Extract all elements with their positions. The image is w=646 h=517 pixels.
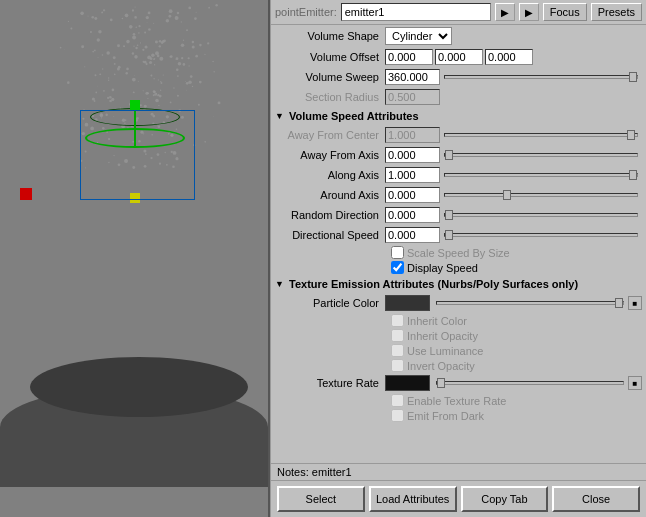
along-axis-label: Along Axis bbox=[275, 169, 385, 181]
use-luminance-row: Use Luminance bbox=[271, 343, 646, 358]
display-speed-checkbox[interactable] bbox=[391, 261, 404, 274]
scroll-content[interactable]: Volume Shape Cylinder Volume Offset Volu… bbox=[271, 25, 646, 463]
invert-opacity-label: Invert Opacity bbox=[407, 360, 475, 372]
notes-text: Notes: emitter1 bbox=[277, 466, 352, 478]
volume-shape-row: Volume Shape Cylinder bbox=[271, 25, 646, 47]
emit-dark-checkbox bbox=[391, 409, 404, 422]
emit-dark-label: Emit From Dark bbox=[407, 410, 484, 422]
presets-button[interactable]: Presets bbox=[591, 3, 642, 21]
top-bar: pointEmitter: ▶ ▶ Focus Presets bbox=[271, 0, 646, 25]
red-square bbox=[20, 188, 32, 200]
particle-color-label: Particle Color bbox=[275, 297, 385, 309]
away-axis-row: Away From Axis bbox=[271, 145, 646, 165]
away-axis-input[interactable] bbox=[385, 147, 440, 163]
enable-texture-label: Enable Texture Rate bbox=[407, 395, 506, 407]
volume-shape-label: Volume Shape bbox=[275, 30, 385, 42]
particle-color-row: Particle Color ■ bbox=[271, 293, 646, 313]
particle-color-slider[interactable] bbox=[436, 301, 624, 305]
emitter-input[interactable] bbox=[341, 3, 491, 21]
emitter-box bbox=[80, 110, 195, 200]
inherit-opacity-label: Inherit Opacity bbox=[407, 330, 478, 342]
texture-arrow: ▼ bbox=[275, 279, 285, 289]
inherit-color-label: Inherit Color bbox=[407, 315, 467, 327]
use-luminance-label: Use Luminance bbox=[407, 345, 483, 357]
volume-offset-label: Volume Offset bbox=[275, 51, 385, 63]
icon-btn-2[interactable]: ▶ bbox=[519, 3, 539, 21]
directional-speed-slider[interactable] bbox=[444, 233, 638, 237]
along-axis-row: Along Axis bbox=[271, 165, 646, 185]
bottom-bar: Select Load Attributes Copy Tab Close bbox=[271, 481, 646, 517]
enable-texture-checkbox bbox=[391, 394, 404, 407]
random-dir-label: Random Direction bbox=[275, 209, 385, 221]
volume-sweep-input[interactable] bbox=[385, 69, 440, 85]
around-axis-slider[interactable] bbox=[444, 193, 638, 197]
away-center-slider bbox=[444, 133, 638, 137]
section-radius-input bbox=[385, 89, 440, 105]
away-center-input bbox=[385, 127, 440, 143]
random-dir-input[interactable] bbox=[385, 207, 440, 223]
volume-sweep-slider[interactable] bbox=[444, 75, 638, 79]
invert-opacity-row: Invert Opacity bbox=[271, 358, 646, 373]
along-axis-input[interactable] bbox=[385, 167, 440, 183]
directional-speed-label: Directional Speed bbox=[275, 229, 385, 241]
volume-shape-select[interactable]: Cylinder bbox=[385, 27, 452, 45]
inherit-color-row: Inherit Color bbox=[271, 313, 646, 328]
volume-sweep-label: Volume Sweep bbox=[275, 71, 385, 83]
texture-rate-label: Texture Rate bbox=[275, 377, 385, 389]
select-button[interactable]: Select bbox=[277, 486, 365, 512]
section-radius-row: Section Radius bbox=[271, 87, 646, 107]
volume-offset-x[interactable] bbox=[385, 49, 433, 65]
scale-speed-label: Scale Speed By Size bbox=[407, 247, 510, 259]
display-speed-label: Display Speed bbox=[407, 262, 478, 274]
icon-btn-1[interactable]: ▶ bbox=[495, 3, 515, 21]
around-axis-label: Around Axis bbox=[275, 189, 385, 201]
particle-color-swatch[interactable] bbox=[385, 295, 430, 311]
use-luminance-checkbox bbox=[391, 344, 404, 357]
texture-rate-row: Texture Rate ■ bbox=[271, 373, 646, 393]
notes-bar: Notes: emitter1 bbox=[271, 463, 646, 481]
volume-speed-header[interactable]: ▼ Volume Speed Attributes bbox=[271, 107, 646, 125]
texture-rate-slider[interactable] bbox=[436, 381, 624, 385]
away-center-label: Away From Center bbox=[275, 129, 385, 141]
emitter-label: pointEmitter: bbox=[275, 6, 337, 18]
volume-speed-title: Volume Speed Attributes bbox=[289, 110, 419, 122]
inherit-color-checkbox bbox=[391, 314, 404, 327]
random-dir-row: Random Direction bbox=[271, 205, 646, 225]
texture-header[interactable]: ▼ Texture Emission Attributes (Nurbs/Pol… bbox=[271, 275, 646, 293]
copy-tab-button[interactable]: Copy Tab bbox=[461, 486, 549, 512]
volume-sweep-row: Volume Sweep bbox=[271, 67, 646, 87]
volume-offset-y[interactable] bbox=[435, 49, 483, 65]
along-axis-slider[interactable] bbox=[444, 173, 638, 177]
load-attributes-button[interactable]: Load Attributes bbox=[369, 486, 457, 512]
directional-speed-input[interactable] bbox=[385, 227, 440, 243]
volume-offset-row: Volume Offset bbox=[271, 47, 646, 67]
texture-rate-swatch[interactable] bbox=[385, 375, 430, 391]
enable-texture-row: Enable Texture Rate bbox=[271, 393, 646, 408]
ground bbox=[0, 387, 268, 487]
close-button[interactable]: Close bbox=[552, 486, 640, 512]
display-speed-row: Display Speed bbox=[271, 260, 646, 275]
around-axis-row: Around Axis bbox=[271, 185, 646, 205]
volume-offset-z[interactable] bbox=[485, 49, 533, 65]
viewport bbox=[0, 0, 270, 517]
scale-speed-row: Scale Speed By Size bbox=[271, 245, 646, 260]
inherit-opacity-checkbox bbox=[391, 329, 404, 342]
focus-button[interactable]: Focus bbox=[543, 3, 587, 21]
texture-title: Texture Emission Attributes (Nurbs/Poly … bbox=[289, 278, 578, 290]
away-axis-label: Away From Axis bbox=[275, 149, 385, 161]
random-dir-slider[interactable] bbox=[444, 213, 638, 217]
inherit-opacity-row: Inherit Opacity bbox=[271, 328, 646, 343]
emit-dark-row: Emit From Dark bbox=[271, 408, 646, 423]
around-axis-input[interactable] bbox=[385, 187, 440, 203]
directional-speed-row: Directional Speed bbox=[271, 225, 646, 245]
right-panel: pointEmitter: ▶ ▶ Focus Presets Volume S… bbox=[270, 0, 646, 517]
invert-opacity-checkbox bbox=[391, 359, 404, 372]
away-center-row: Away From Center bbox=[271, 125, 646, 145]
scale-speed-checkbox[interactable] bbox=[391, 246, 404, 259]
section-radius-label: Section Radius bbox=[275, 91, 385, 103]
particle-color-picker-btn[interactable]: ■ bbox=[628, 296, 642, 310]
emitter-handle-top bbox=[130, 100, 140, 110]
volume-speed-arrow: ▼ bbox=[275, 111, 285, 121]
texture-rate-picker-btn[interactable]: ■ bbox=[628, 376, 642, 390]
away-axis-slider[interactable] bbox=[444, 153, 638, 157]
